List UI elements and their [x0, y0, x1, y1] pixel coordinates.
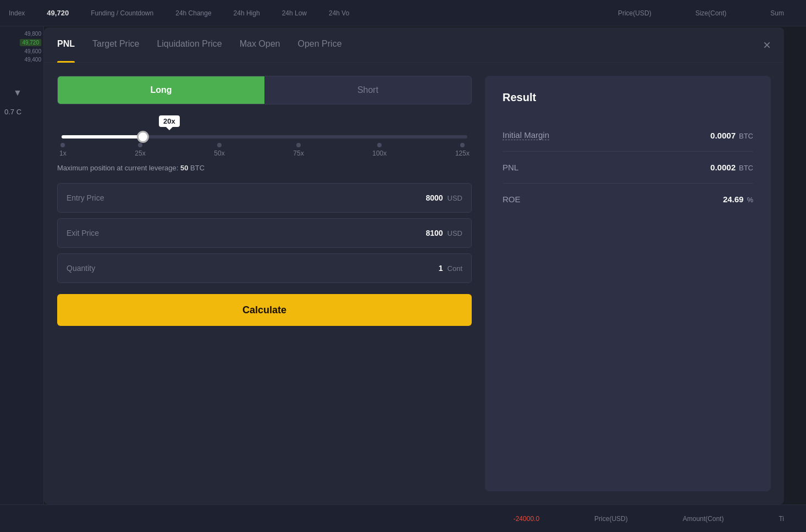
left-price-value: 0.7 C — [4, 108, 21, 116]
tick-125x: 125x — [455, 143, 470, 157]
tick-label-50x: 50x — [214, 149, 224, 157]
calculator-modal: PNL Target Price Liquidation Price Max O… — [44, 27, 784, 505]
bottom-bar-value: -24000.0 — [514, 515, 539, 523]
left-panel: Long Short 20x 1x — [57, 76, 472, 491]
left-price-display: 0.7 C — [4, 108, 21, 116]
leverage-slider-wrapper: 20x 1x 25x — [57, 115, 472, 157]
entry-price-field[interactable]: Entry Price 8000 USD — [57, 183, 472, 213]
index-price: 49,720 — [47, 9, 69, 17]
quantity-label: Quantity — [67, 264, 439, 273]
exit-price-field[interactable]: Exit Price 8100 USD — [57, 218, 472, 248]
short-button[interactable]: Short — [264, 76, 471, 104]
input-fields: Entry Price 8000 USD Exit Price 8100 USD… — [57, 183, 472, 283]
pnl-value-group: 0.0002 BTC — [710, 163, 753, 172]
entry-price-label: Entry Price — [67, 193, 426, 202]
quantity-value: 1 — [439, 264, 443, 273]
tab-pnl[interactable]: PNL — [57, 27, 75, 63]
tick-dot-1x — [60, 143, 65, 147]
quantity-field[interactable]: Quantity 1 Cont — [57, 253, 472, 283]
change-24h-header: 24h Change — [175, 9, 211, 17]
initial-margin-unit: BTC — [739, 132, 753, 140]
tick-100x: 100x — [372, 143, 387, 157]
tick-25x: 25x — [135, 143, 145, 157]
tab-liquidation-price[interactable]: Liquidation Price — [157, 27, 222, 63]
roe-value-group: 24.69 % — [723, 195, 753, 204]
max-position-unit: BTC — [190, 164, 205, 172]
vol-24h-header: 24h Vo — [329, 9, 349, 17]
bottom-amount-cont: Amount(Cont) — [683, 515, 724, 523]
low-24h-header: 24h Low — [282, 9, 307, 17]
tick-dot-50x — [217, 143, 222, 147]
result-panel: Result Initial Margin 0.0007 BTC PNL 0.0… — [485, 76, 771, 491]
tick-label-125x: 125x — [455, 149, 470, 157]
modal-body: Long Short 20x 1x — [44, 63, 784, 505]
chart-left-sidebar: 49,800 49,720 49,600 49,400 — [0, 26, 44, 505]
long-short-toggle: Long Short — [57, 76, 472, 104]
tick-dot-75x — [296, 143, 301, 147]
initial-margin-label: Initial Margin — [503, 130, 549, 140]
pnl-label: PNL — [503, 163, 518, 172]
dropdown-arrow-icon[interactable]: ▼ — [13, 88, 22, 98]
exit-price-label: Exit Price — [67, 229, 426, 237]
roe-unit: % — [747, 196, 753, 204]
slider-ticks: 1x 25x 50x 75x — [57, 143, 472, 157]
tick-label-75x: 75x — [293, 149, 303, 157]
bottom-price-usd: Price(USD) — [594, 515, 628, 523]
sum-header: Sum — [770, 9, 784, 17]
max-position-info: Maximum position at current leverage: 50… — [57, 164, 472, 172]
tick-75x: 75x — [293, 143, 303, 157]
exit-price-value: 8100 — [426, 229, 443, 237]
entry-price-value: 8000 — [426, 193, 443, 202]
leverage-section: 20x 1x 25x — [57, 115, 472, 172]
price-usd-header: Price(USD) — [618, 9, 652, 17]
long-button[interactable]: Long — [58, 76, 264, 104]
pnl-value: 0.0002 — [710, 163, 736, 172]
leverage-badge: 20x — [159, 115, 180, 127]
tab-target-price[interactable]: Target Price — [92, 27, 139, 63]
price-left-highlighted: 49,720 — [20, 39, 41, 46]
initial-margin-row: Initial Margin 0.0007 BTC — [503, 119, 753, 152]
slider-thumb[interactable] — [137, 131, 149, 143]
roe-row: ROE 24.69 % — [503, 184, 753, 215]
initial-margin-value-group: 0.0007 BTC — [710, 131, 753, 140]
price-left-1: 49,800 — [24, 31, 41, 37]
slider-fill — [62, 135, 143, 138]
max-position-text: Maximum position at current leverage: — [57, 164, 178, 172]
modal-tabs: PNL Target Price Liquidation Price Max O… — [44, 27, 784, 63]
tick-label-1x: 1x — [59, 149, 67, 157]
bottom-bar: -24000.0 Price(USD) Amount(Cont) Ti — [0, 505, 806, 532]
bottom-ti: Ti — [779, 515, 784, 523]
close-button[interactable]: × — [763, 38, 771, 52]
right-header: Price(USD) Size(Cont) Sum — [618, 0, 806, 26]
exit-price-unit: USD — [448, 229, 462, 237]
tick-1x: 1x — [59, 143, 67, 157]
funding-countdown-header: Funding / Countdown — [91, 9, 153, 17]
pnl-unit: BTC — [739, 164, 753, 172]
tick-label-100x: 100x — [372, 149, 387, 157]
roe-label: ROE — [503, 195, 521, 204]
tick-dot-25x — [138, 143, 142, 147]
entry-price-unit: USD — [448, 194, 462, 202]
quantity-unit: Cont — [448, 264, 462, 273]
index-label: Index — [9, 9, 25, 17]
price-left-3: 49,400 — [24, 57, 41, 63]
tick-dot-100x — [377, 143, 382, 147]
high-24h-header: 24h High — [234, 9, 260, 17]
tick-dot-125x — [460, 143, 465, 147]
result-title: Result — [503, 91, 753, 104]
pnl-row: PNL 0.0002 BTC — [503, 152, 753, 184]
tab-open-price[interactable]: Open Price — [297, 27, 341, 63]
max-position-value: 50 — [180, 164, 188, 172]
size-cont-header: Size(Cont) — [695, 9, 727, 17]
slider-track — [62, 135, 467, 138]
tick-50x: 50x — [214, 143, 224, 157]
price-left-2: 49,600 — [24, 48, 41, 54]
calculate-button[interactable]: Calculate — [57, 294, 472, 326]
tab-max-open[interactable]: Max Open — [240, 27, 280, 63]
roe-value: 24.69 — [723, 195, 744, 204]
initial-margin-value: 0.0007 — [710, 131, 736, 140]
tick-label-25x: 25x — [135, 149, 145, 157]
